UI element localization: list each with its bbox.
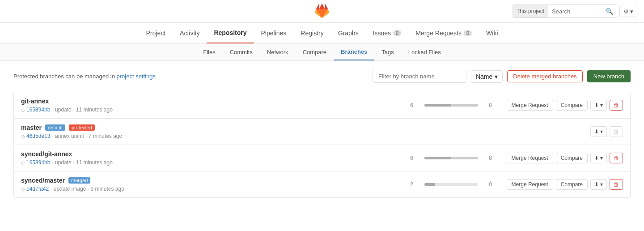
branch-graph: 6 8 xyxy=(403,155,500,161)
branch-meta: ◇ 165894bb · update · 11 minutes ago xyxy=(21,107,403,113)
merge-request-button[interactable]: Merge Request xyxy=(507,179,553,190)
subnav-tags[interactable]: Tags xyxy=(374,44,401,60)
commit-hash-link[interactable]: 165894bb xyxy=(26,159,50,166)
badge-merged: merged xyxy=(68,177,90,184)
nav-issues[interactable]: Issues 0 xyxy=(366,23,409,43)
delete-branch-button[interactable]: 🗑 xyxy=(610,179,623,190)
compare-button[interactable]: Compare xyxy=(556,179,588,190)
nav-pipelines[interactable]: Pipelines xyxy=(254,23,294,43)
sort-chevron-icon: ▾ xyxy=(495,73,498,80)
content-area: Protected branches can be managed in pro… xyxy=(0,61,644,207)
top-bar: This project 🔍 ⚙ ▾ xyxy=(0,0,644,23)
branch-actions: ⬇ ▾ 🗑 xyxy=(590,126,623,137)
nav-repository[interactable]: Repository xyxy=(207,23,254,43)
gitlab-logo[interactable] xyxy=(314,3,330,20)
info-bar: Protected branches can be managed in pro… xyxy=(13,70,631,83)
main-nav: Project Activity Repository Pipelines Re… xyxy=(0,23,644,44)
branch-list: git-annex ◇ 165894bb · update · 11 minut… xyxy=(13,92,631,198)
download-button[interactable]: ⬇ ▾ xyxy=(590,126,607,137)
nav-graphs[interactable]: Graphs xyxy=(331,23,366,43)
nav-project[interactable]: Project xyxy=(139,23,173,43)
subnav-compare[interactable]: Compare xyxy=(296,44,334,60)
branch-meta: ◇ 165894bb · update · 11 minutes ago xyxy=(21,159,403,166)
commit-hash-link[interactable]: 46d5de13 xyxy=(26,133,50,139)
subnav-network[interactable]: Network xyxy=(260,44,296,60)
download-icon: ⬇ xyxy=(594,155,599,161)
download-button[interactable]: ⬇ ▾ xyxy=(590,153,607,163)
new-branch-button[interactable]: New branch xyxy=(587,70,631,82)
branch-actions: Merge Request Compare ⬇ ▾ 🗑 xyxy=(507,100,623,111)
branch-actions: Merge Request Compare ⬇ ▾ 🗑 xyxy=(507,179,623,190)
commit-icon: ◇ xyxy=(21,107,25,113)
commit-icon: ◇ xyxy=(21,186,25,192)
nav-merge-requests[interactable]: Merge Requests 0 xyxy=(408,23,479,43)
branch-meta: ◇ e4d7fa42 · update image · 9 minutes ag… xyxy=(21,186,403,192)
graph-bar xyxy=(424,183,478,186)
merge-request-button[interactable]: Merge Request xyxy=(507,153,553,163)
gear-button[interactable]: ⚙ ▾ xyxy=(619,6,637,17)
gear-icon: ⚙ xyxy=(623,8,629,15)
sub-nav: Files Commits Network Compare Branches T… xyxy=(0,44,644,61)
gear-dropdown-icon: ▾ xyxy=(630,8,633,15)
commit-hash-link[interactable]: 165894bb xyxy=(26,107,50,113)
download-chevron: ▾ xyxy=(600,155,603,161)
nav-activity[interactable]: Activity xyxy=(173,23,207,43)
download-chevron: ▾ xyxy=(600,102,603,108)
delete-merged-button[interactable]: Delete merged branches xyxy=(507,70,582,82)
commit-hash-link[interactable]: e4d7fa42 xyxy=(26,186,49,192)
graph-bar xyxy=(424,157,478,159)
download-button[interactable]: ⬇ ▾ xyxy=(590,100,607,111)
search-box: This project 🔍 xyxy=(513,4,617,18)
branch-meta: ◇ 46d5de13 · annex uninit · 7 minutes ag… xyxy=(21,133,494,139)
badge-default: default xyxy=(45,124,65,131)
mr-badge: 0 xyxy=(464,30,472,36)
subnav-files[interactable]: Files xyxy=(196,44,222,60)
branch-info: synced/git-annex ◇ 165894bb · update · 1… xyxy=(21,150,403,166)
nav-registry[interactable]: Registry xyxy=(293,23,330,43)
graph-bar xyxy=(424,104,478,107)
sort-label: Name xyxy=(476,73,492,80)
merge-request-button[interactable]: Merge Request xyxy=(507,100,553,111)
subnav-commits[interactable]: Commits xyxy=(223,44,260,60)
branch-filter-input[interactable] xyxy=(373,70,466,83)
graph-numbers: 2 xyxy=(403,181,421,188)
info-text: Protected branches can be managed in pro… xyxy=(13,73,156,80)
branch-info: synced/master merged ◇ e4d7fa42 · update… xyxy=(21,177,403,192)
badge-protected: protected xyxy=(69,124,95,131)
subnav-locked-files[interactable]: Locked Files xyxy=(401,44,448,60)
download-icon: ⬇ xyxy=(594,181,599,188)
graph-numbers-right: 8 xyxy=(482,155,500,161)
download-chevron: ▾ xyxy=(600,181,603,188)
project-settings-link[interactable]: project settings xyxy=(117,73,156,80)
branch-graph: 2 0 xyxy=(403,181,500,188)
delete-branch-button-disabled: 🗑 xyxy=(610,126,623,137)
branch-actions: Merge Request Compare ⬇ ▾ 🗑 xyxy=(507,153,623,163)
branch-row: master default protected ◇ 46d5de13 · an… xyxy=(14,119,630,145)
branch-row: synced/git-annex ◇ 165894bb · update · 1… xyxy=(14,145,630,171)
delete-branch-button[interactable]: 🗑 xyxy=(610,153,623,163)
branch-name: master default protected xyxy=(21,124,494,131)
branch-row: git-annex ◇ 165894bb · update · 11 minut… xyxy=(14,92,630,119)
branch-name: git-annex xyxy=(21,98,403,105)
branch-name: synced/git-annex xyxy=(21,150,403,158)
sort-dropdown[interactable]: Name ▾ xyxy=(471,70,503,83)
branch-info: master default protected ◇ 46d5de13 · an… xyxy=(21,124,494,139)
delete-branch-button[interactable]: 🗑 xyxy=(610,100,623,111)
branch-name: synced/master merged xyxy=(21,177,403,184)
download-icon: ⬇ xyxy=(594,128,599,135)
nav-wiki[interactable]: Wiki xyxy=(479,23,505,43)
subnav-branches[interactable]: Branches xyxy=(334,44,374,60)
commit-icon: ◇ xyxy=(21,160,25,166)
compare-button[interactable]: Compare xyxy=(556,153,588,163)
graph-numbers-right: 0 xyxy=(482,181,500,188)
download-icon: ⬇ xyxy=(594,102,599,108)
download-button[interactable]: ⬇ ▾ xyxy=(590,179,607,190)
top-nav: This project 🔍 ⚙ ▾ xyxy=(0,0,644,22)
graph-numbers: 6 xyxy=(403,155,421,161)
search-icon: 🔍 xyxy=(602,8,617,15)
search-input[interactable] xyxy=(548,8,602,15)
branch-graph: 6 8 xyxy=(403,102,500,108)
compare-button[interactable]: Compare xyxy=(556,100,588,111)
graph-numbers-right: 8 xyxy=(482,102,500,108)
branch-row: synced/master merged ◇ e4d7fa42 · update… xyxy=(14,171,630,197)
